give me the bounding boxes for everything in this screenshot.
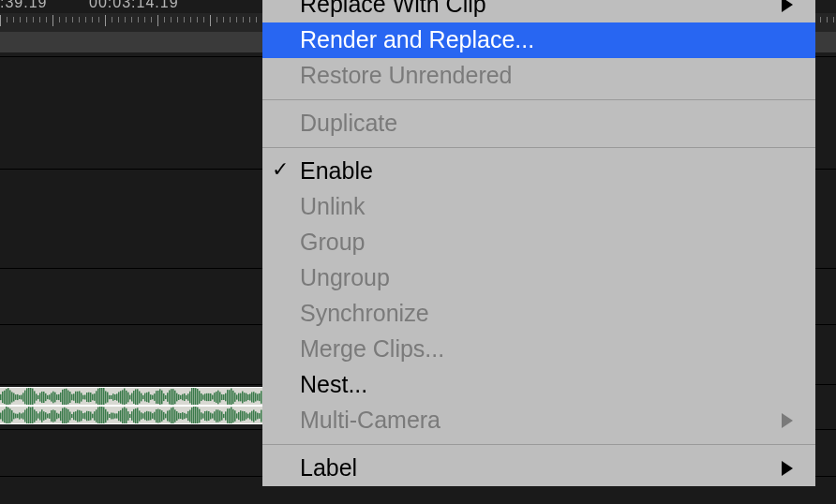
svg-rect-49 <box>90 393 92 402</box>
svg-rect-55 <box>101 388 103 406</box>
svg-rect-196 <box>101 407 103 424</box>
svg-rect-123 <box>229 390 231 405</box>
svg-rect-111 <box>206 393 208 401</box>
svg-rect-4 <box>6 389 7 406</box>
svg-rect-48 <box>88 393 90 403</box>
svg-rect-82 <box>152 395 154 400</box>
svg-rect-50 <box>92 394 94 401</box>
menu-item-label[interactable]: Label <box>262 451 815 486</box>
svg-rect-200 <box>109 414 111 418</box>
svg-rect-150 <box>15 414 17 419</box>
svg-rect-113 <box>210 393 212 401</box>
svg-marker-284 <box>782 461 793 476</box>
svg-rect-206 <box>120 410 122 422</box>
svg-rect-220 <box>146 411 148 421</box>
svg-rect-148 <box>11 410 13 422</box>
menu-item-label: Label <box>300 454 357 481</box>
svg-rect-160 <box>34 409 36 422</box>
menu-item-replace-with-clip[interactable]: Replace With Clip <box>262 0 815 22</box>
svg-rect-72 <box>133 391 135 404</box>
svg-rect-218 <box>142 413 144 418</box>
svg-rect-15 <box>26 388 28 406</box>
svg-rect-211 <box>129 414 131 418</box>
menu-item-multi-camera: Multi-Camera <box>262 403 815 438</box>
svg-rect-258 <box>217 409 219 422</box>
svg-rect-29 <box>52 392 54 404</box>
svg-rect-263 <box>227 408 229 423</box>
svg-rect-188 <box>86 411 88 422</box>
svg-rect-117 <box>217 391 219 405</box>
svg-rect-25 <box>45 393 47 401</box>
svg-rect-20 <box>36 393 37 400</box>
menu-item-label: Synchronize <box>300 300 429 326</box>
svg-rect-129 <box>240 393 242 402</box>
svg-rect-209 <box>126 408 127 423</box>
svg-rect-81 <box>150 394 152 400</box>
menu-item-label: Enable <box>300 157 373 184</box>
svg-rect-214 <box>135 408 137 423</box>
svg-rect-192 <box>94 411 96 421</box>
svg-rect-254 <box>210 413 212 420</box>
audio-clip-waveform[interactable] <box>0 406 262 424</box>
menu-item-merge-clips: Merge Clips... <box>262 332 815 367</box>
svg-rect-18 <box>32 389 34 406</box>
svg-rect-251 <box>204 411 206 421</box>
svg-rect-222 <box>150 412 152 421</box>
svg-rect-187 <box>84 412 86 419</box>
svg-rect-99 <box>184 393 186 401</box>
svg-rect-65 <box>120 391 122 404</box>
svg-rect-35 <box>64 389 66 406</box>
svg-rect-144 <box>4 409 6 422</box>
svg-rect-163 <box>39 411 41 420</box>
svg-rect-243 <box>189 410 191 422</box>
svg-rect-156 <box>26 408 28 423</box>
svg-rect-63 <box>116 393 118 400</box>
svg-rect-30 <box>54 393 56 403</box>
menu-item-label: Render and Replace... <box>300 26 534 52</box>
svg-rect-34 <box>62 390 64 405</box>
svg-rect-165 <box>43 411 45 421</box>
svg-rect-23 <box>41 392 43 403</box>
menu-item-render-and-replace[interactable]: Render and Replace... <box>262 22 815 58</box>
svg-rect-5 <box>7 388 9 406</box>
audio-clip-waveform[interactable] <box>0 387 262 406</box>
svg-rect-126 <box>234 393 236 402</box>
svg-rect-273 <box>246 412 247 419</box>
menu-item-label: Unlink <box>300 193 365 219</box>
svg-marker-283 <box>782 413 793 428</box>
svg-rect-87 <box>161 391 163 405</box>
svg-rect-118 <box>219 392 221 402</box>
svg-rect-100 <box>186 395 187 399</box>
svg-rect-85 <box>157 391 159 404</box>
time-label: 00:03:14.19 <box>89 0 179 11</box>
svg-rect-98 <box>182 394 184 401</box>
svg-rect-71 <box>131 393 133 402</box>
svg-rect-167 <box>47 414 49 419</box>
svg-rect-45 <box>82 395 84 400</box>
svg-rect-19 <box>34 391 36 403</box>
svg-rect-146 <box>7 408 9 424</box>
svg-rect-207 <box>122 408 124 424</box>
svg-rect-114 <box>212 395 214 400</box>
svg-rect-202 <box>112 413 114 420</box>
svg-rect-128 <box>238 393 240 402</box>
svg-rect-125 <box>232 391 234 404</box>
svg-rect-27 <box>49 394 51 399</box>
menu-item-enable[interactable]: ✓Enable <box>262 154 815 189</box>
svg-rect-223 <box>152 413 154 419</box>
svg-rect-67 <box>124 389 126 406</box>
svg-rect-109 <box>202 394 204 399</box>
svg-rect-84 <box>156 391 157 404</box>
svg-rect-56 <box>103 388 105 406</box>
svg-rect-73 <box>135 389 137 405</box>
svg-rect-197 <box>103 407 105 424</box>
svg-rect-232 <box>169 410 171 422</box>
svg-rect-132 <box>246 393 247 402</box>
svg-rect-115 <box>214 393 216 402</box>
svg-rect-10 <box>17 394 19 400</box>
svg-rect-219 <box>144 412 146 420</box>
svg-rect-233 <box>171 408 172 423</box>
menu-item-label: Merge Clips... <box>300 335 444 362</box>
menu-item-nest[interactable]: Nest... <box>262 367 815 403</box>
svg-rect-256 <box>214 411 216 420</box>
